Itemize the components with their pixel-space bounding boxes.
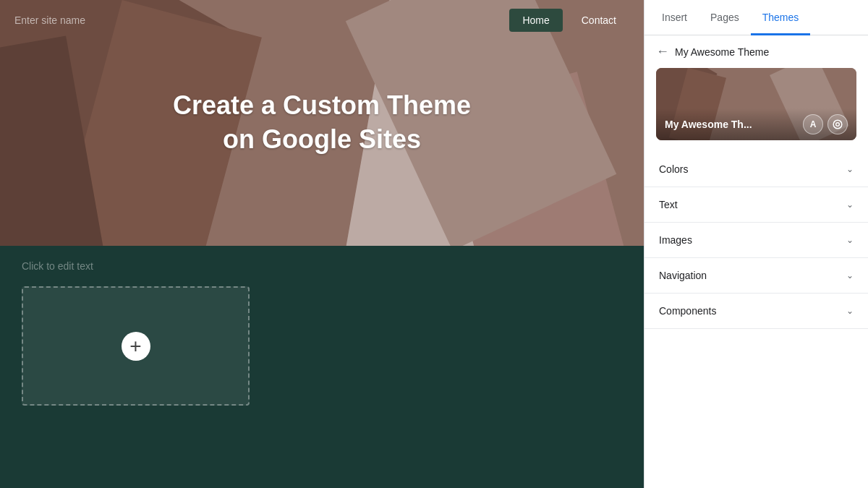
accordion-colors[interactable]: Colors ⌄ [644, 152, 868, 187]
accordion-colors-label: Colors [659, 163, 688, 175]
insert-block[interactable]: + [22, 286, 250, 406]
insert-plus-button[interactable]: + [122, 332, 150, 361]
theme-card-icons: A [803, 114, 848, 134]
accordion-navigation[interactable]: Navigation ⌄ [644, 258, 868, 294]
accordion-text[interactable]: Text ⌄ [644, 187, 868, 223]
theme-card-container: My Awesome Th... A [644, 68, 868, 152]
tab-pages[interactable]: Pages [699, 0, 751, 35]
chevron-down-icon-navigation: ⌄ [846, 270, 854, 281]
tab-insert[interactable]: Insert [650, 0, 699, 35]
chevron-down-icon-text: ⌄ [846, 200, 854, 210]
tab-themes[interactable]: Themes [751, 0, 811, 35]
accordion-components-label: Components [659, 305, 716, 317]
hero-title[interactable]: Create a Custom Theme on Google Sites [173, 89, 471, 157]
chevron-down-icon-images: ⌄ [846, 235, 854, 245]
theme-card-name: My Awesome Th... [665, 119, 752, 130]
chevron-down-icon-colors: ⌄ [846, 164, 854, 174]
accordion-navigation-label: Navigation [659, 270, 707, 281]
theme-back-label: My Awesome Theme [675, 46, 769, 58]
accordion-components[interactable]: Components ⌄ [644, 294, 868, 329]
back-arrow-icon[interactable]: ← [656, 44, 669, 59]
theme-font-icon-button[interactable]: A [803, 114, 823, 134]
theme-color-icon-button[interactable] [827, 114, 848, 134]
accordion-text-label: Text [659, 199, 678, 210]
hero-content: Create a Custom Theme on Google Sites [0, 0, 644, 246]
theme-card-overlay: My Awesome Th... A [656, 108, 856, 140]
body-section: Click to edit text + [0, 246, 644, 488]
right-panel: Insert Pages Themes ← My Awesome Theme M… [644, 0, 868, 488]
edit-text-hint[interactable]: Click to edit text [22, 260, 622, 272]
svg-point-0 [833, 120, 842, 129]
hero-section: Enter site name Home Contact Create a Cu… [0, 0, 644, 246]
panel-tabs: Insert Pages Themes [644, 0, 868, 35]
accordion-images[interactable]: Images ⌄ [644, 223, 868, 258]
svg-point-1 [836, 123, 840, 127]
theme-card[interactable]: My Awesome Th... A [656, 68, 856, 140]
chevron-down-icon-components: ⌄ [846, 306, 854, 316]
theme-back-nav[interactable]: ← My Awesome Theme [644, 35, 868, 68]
accordion-list: Colors ⌄ Text ⌄ Images ⌄ Navigation ⌄ Co… [644, 152, 868, 488]
canvas-area: Enter site name Home Contact Create a Cu… [0, 0, 644, 488]
accordion-images-label: Images [659, 234, 692, 246]
